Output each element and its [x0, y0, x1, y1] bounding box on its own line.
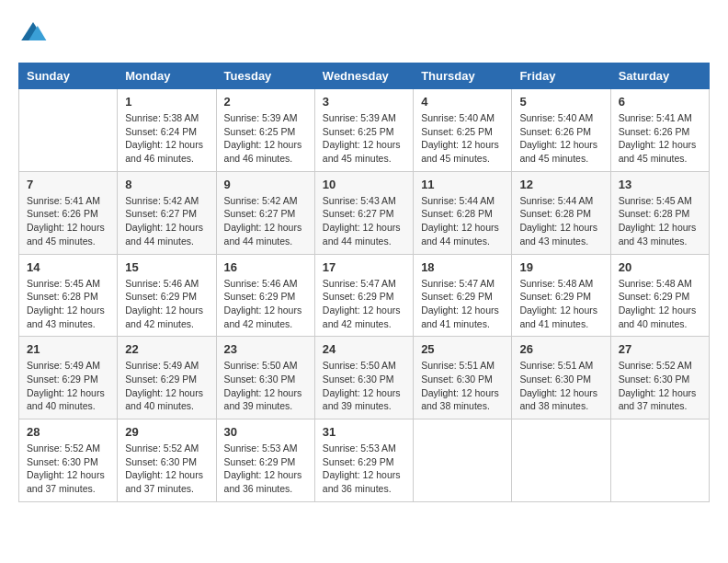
- day-number: 16: [224, 260, 307, 274]
- calendar-header: SundayMondayTuesdayWednesdayThursdayFrid…: [19, 63, 710, 89]
- day-info: Sunrise: 5:48 AMSunset: 6:29 PMDaylight:…: [619, 277, 701, 331]
- day-info: Sunrise: 5:52 AMSunset: 6:30 PMDaylight:…: [619, 359, 701, 413]
- day-info: Sunrise: 5:51 AMSunset: 6:30 PMDaylight:…: [519, 359, 602, 413]
- day-info: Sunrise: 5:45 AMSunset: 6:28 PMDaylight:…: [27, 277, 109, 331]
- day-number: 18: [421, 260, 504, 274]
- logo: [18, 18, 51, 48]
- calendar-cell: 28Sunrise: 5:52 AMSunset: 6:30 PMDayligh…: [19, 419, 118, 502]
- day-info: Sunrise: 5:52 AMSunset: 6:30 PMDaylight:…: [27, 442, 109, 496]
- day-number: 30: [224, 425, 307, 439]
- day-number: 24: [323, 342, 405, 356]
- calendar-cell: 6Sunrise: 5:41 AMSunset: 6:26 PMDaylight…: [610, 89, 709, 172]
- day-number: 14: [27, 260, 109, 274]
- calendar-cell: 24Sunrise: 5:50 AMSunset: 6:30 PMDayligh…: [314, 337, 413, 419]
- calendar-cell: 1Sunrise: 5:38 AMSunset: 6:24 PMDaylight…: [118, 89, 216, 172]
- calendar-table: SundayMondayTuesdayWednesdayThursdayFrid…: [18, 63, 710, 502]
- day-number: 15: [125, 260, 208, 274]
- calendar-cell: 29Sunrise: 5:52 AMSunset: 6:30 PMDayligh…: [118, 419, 216, 502]
- day-info: Sunrise: 5:47 AMSunset: 6:29 PMDaylight:…: [421, 277, 504, 331]
- calendar-cell: 25Sunrise: 5:51 AMSunset: 6:30 PMDayligh…: [414, 337, 512, 419]
- day-number: 7: [27, 178, 109, 191]
- day-info: Sunrise: 5:46 AMSunset: 6:29 PMDaylight:…: [125, 277, 208, 331]
- calendar-body: 1Sunrise: 5:38 AMSunset: 6:24 PMDaylight…: [19, 89, 710, 502]
- calendar-cell: 8Sunrise: 5:42 AMSunset: 6:27 PMDaylight…: [118, 171, 216, 254]
- day-info: Sunrise: 5:41 AMSunset: 6:26 PMDaylight:…: [619, 111, 701, 166]
- calendar-cell: 31Sunrise: 5:53 AMSunset: 6:29 PMDayligh…: [314, 419, 413, 502]
- day-number: 29: [125, 425, 208, 439]
- day-info: Sunrise: 5:38 AMSunset: 6:24 PMDaylight:…: [125, 111, 208, 166]
- day-header-friday: Friday: [512, 63, 610, 89]
- calendar-cell: 11Sunrise: 5:44 AMSunset: 6:28 PMDayligh…: [414, 171, 512, 254]
- day-number: 5: [519, 95, 602, 109]
- calendar-cell: 22Sunrise: 5:49 AMSunset: 6:29 PMDayligh…: [118, 337, 216, 419]
- day-header-tuesday: Tuesday: [216, 63, 314, 89]
- day-info: Sunrise: 5:49 AMSunset: 6:29 PMDaylight:…: [125, 359, 208, 413]
- calendar-cell: 23Sunrise: 5:50 AMSunset: 6:30 PMDayligh…: [216, 337, 314, 419]
- calendar-cell: [19, 89, 118, 172]
- day-number: 13: [619, 178, 701, 191]
- day-info: Sunrise: 5:40 AMSunset: 6:25 PMDaylight:…: [421, 111, 504, 166]
- day-number: 20: [619, 260, 701, 274]
- calendar-cell: 16Sunrise: 5:46 AMSunset: 6:29 PMDayligh…: [216, 254, 314, 337]
- day-info: Sunrise: 5:50 AMSunset: 6:30 PMDaylight:…: [323, 359, 405, 413]
- day-number: 26: [519, 342, 602, 356]
- calendar-cell: 7Sunrise: 5:41 AMSunset: 6:26 PMDaylight…: [19, 171, 118, 254]
- day-header-sunday: Sunday: [19, 63, 118, 89]
- calendar-cell: [512, 419, 610, 502]
- day-info: Sunrise: 5:52 AMSunset: 6:30 PMDaylight:…: [125, 442, 208, 496]
- day-info: Sunrise: 5:50 AMSunset: 6:30 PMDaylight:…: [224, 359, 307, 413]
- day-header-wednesday: Wednesday: [314, 63, 413, 89]
- calendar-cell: 19Sunrise: 5:48 AMSunset: 6:29 PMDayligh…: [512, 254, 610, 337]
- logo-icon: [18, 18, 48, 48]
- day-info: Sunrise: 5:51 AMSunset: 6:30 PMDaylight:…: [421, 359, 504, 413]
- calendar-cell: 3Sunrise: 5:39 AMSunset: 6:25 PMDaylight…: [314, 89, 413, 172]
- day-info: Sunrise: 5:40 AMSunset: 6:26 PMDaylight:…: [519, 111, 602, 166]
- day-info: Sunrise: 5:44 AMSunset: 6:28 PMDaylight:…: [421, 194, 504, 248]
- calendar-week-4: 21Sunrise: 5:49 AMSunset: 6:29 PMDayligh…: [19, 337, 710, 419]
- day-info: Sunrise: 5:47 AMSunset: 6:29 PMDaylight:…: [323, 277, 405, 331]
- calendar-week-1: 1Sunrise: 5:38 AMSunset: 6:24 PMDaylight…: [19, 89, 710, 172]
- day-number: 19: [519, 260, 602, 274]
- day-info: Sunrise: 5:44 AMSunset: 6:28 PMDaylight:…: [519, 194, 602, 248]
- day-info: Sunrise: 5:53 AMSunset: 6:29 PMDaylight:…: [323, 442, 405, 496]
- day-number: 10: [323, 178, 405, 191]
- calendar-cell: 26Sunrise: 5:51 AMSunset: 6:30 PMDayligh…: [512, 337, 610, 419]
- calendar-cell: 30Sunrise: 5:53 AMSunset: 6:29 PMDayligh…: [216, 419, 314, 502]
- day-number: 8: [125, 178, 208, 191]
- calendar-cell: 20Sunrise: 5:48 AMSunset: 6:29 PMDayligh…: [610, 254, 709, 337]
- day-info: Sunrise: 5:42 AMSunset: 6:27 PMDaylight:…: [125, 194, 208, 248]
- day-header-thursday: Thursday: [414, 63, 512, 89]
- calendar-cell: 15Sunrise: 5:46 AMSunset: 6:29 PMDayligh…: [118, 254, 216, 337]
- calendar-cell: 27Sunrise: 5:52 AMSunset: 6:30 PMDayligh…: [610, 337, 709, 419]
- day-info: Sunrise: 5:39 AMSunset: 6:25 PMDaylight:…: [323, 111, 405, 166]
- day-number: 21: [27, 342, 109, 356]
- header-row: SundayMondayTuesdayWednesdayThursdayFrid…: [19, 63, 710, 89]
- day-number: 11: [421, 178, 504, 191]
- day-number: 31: [323, 425, 405, 439]
- calendar-cell: 2Sunrise: 5:39 AMSunset: 6:25 PMDaylight…: [216, 89, 314, 172]
- day-number: 23: [224, 342, 307, 356]
- calendar-cell: 4Sunrise: 5:40 AMSunset: 6:25 PMDaylight…: [414, 89, 512, 172]
- day-info: Sunrise: 5:41 AMSunset: 6:26 PMDaylight:…: [27, 194, 109, 248]
- day-info: Sunrise: 5:53 AMSunset: 6:29 PMDaylight:…: [224, 442, 307, 496]
- day-number: 12: [519, 178, 602, 191]
- day-info: Sunrise: 5:49 AMSunset: 6:29 PMDaylight:…: [27, 359, 109, 413]
- day-number: 9: [224, 178, 307, 191]
- calendar-cell: 17Sunrise: 5:47 AMSunset: 6:29 PMDayligh…: [314, 254, 413, 337]
- day-number: 2: [224, 95, 307, 109]
- day-info: Sunrise: 5:39 AMSunset: 6:25 PMDaylight:…: [224, 111, 307, 166]
- calendar-cell: [610, 419, 709, 502]
- day-number: 22: [125, 342, 208, 356]
- day-number: 27: [619, 342, 701, 356]
- calendar-cell: [414, 419, 512, 502]
- day-info: Sunrise: 5:42 AMSunset: 6:27 PMDaylight:…: [224, 194, 307, 248]
- page-header: [18, 18, 710, 48]
- calendar-cell: 14Sunrise: 5:45 AMSunset: 6:28 PMDayligh…: [19, 254, 118, 337]
- day-number: 6: [619, 95, 701, 109]
- calendar-cell: 21Sunrise: 5:49 AMSunset: 6:29 PMDayligh…: [19, 337, 118, 419]
- calendar-week-3: 14Sunrise: 5:45 AMSunset: 6:28 PMDayligh…: [19, 254, 710, 337]
- calendar-week-2: 7Sunrise: 5:41 AMSunset: 6:26 PMDaylight…: [19, 171, 710, 254]
- day-info: Sunrise: 5:45 AMSunset: 6:28 PMDaylight:…: [619, 194, 701, 248]
- calendar-cell: 12Sunrise: 5:44 AMSunset: 6:28 PMDayligh…: [512, 171, 610, 254]
- day-info: Sunrise: 5:43 AMSunset: 6:27 PMDaylight:…: [323, 194, 405, 248]
